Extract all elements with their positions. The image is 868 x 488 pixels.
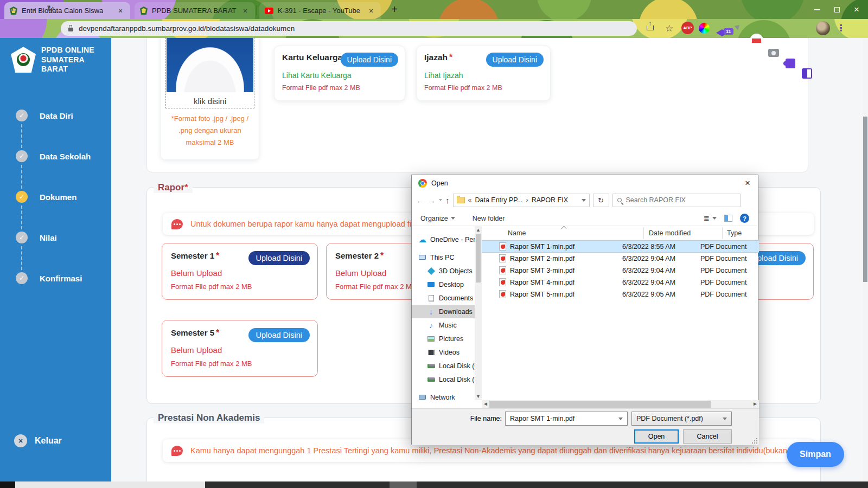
sidebar-step[interactable]: ✓ Dokumen [16, 191, 91, 203]
nav-tree-item[interactable]: Pictures [412, 332, 475, 345]
upload-kartu-keluarga-button[interactable]: Upload Disini [341, 53, 398, 67]
chat-warning-icon [171, 446, 183, 456]
forward-icon[interactable]: → [28, 3, 37, 14]
close-icon[interactable]: × [854, 5, 859, 14]
videos-icon [427, 348, 435, 356]
organize-button[interactable]: Organize [420, 215, 455, 222]
column-header-type[interactable]: Type [727, 229, 742, 237]
lihat-kartu-keluarga-link[interactable]: Lihat Kartu Keluarga [282, 71, 397, 80]
tab-close-icon[interactable]: × [241, 7, 250, 15]
dialog-close-icon[interactable]: × [745, 178, 750, 189]
file-row[interactable]: Rapor SMT 5-min.pdf 6/3/2022 9:05 AM PDF… [482, 288, 759, 300]
scroll-right-icon[interactable]: ► [752, 401, 758, 407]
scroll-up-icon[interactable]: ▲ [475, 227, 482, 233]
scroll-left-icon[interactable]: ◄ [483, 401, 488, 407]
nav-tree-item[interactable]: 3D Objects [412, 264, 475, 278]
window-extension-icon[interactable] [802, 68, 812, 79]
nav-tree-item[interactable]: Network [412, 390, 475, 400]
sidebar-item-keluar[interactable]: × Keluar [14, 434, 62, 447]
nav-tree-item[interactable]: Documents [412, 291, 475, 305]
tab-ppdb-sumbar[interactable]: PPDB SUMATERA BARAT × [135, 2, 255, 19]
pdf-file-icon [499, 290, 506, 298]
restore-icon[interactable] [834, 7, 840, 12]
breadcrumb-dropdown-icon[interactable] [582, 199, 586, 202]
photo-dropzone[interactable]: klik disini [165, 38, 254, 108]
extensions-puzzle-icon[interactable] [786, 59, 795, 68]
back-icon[interactable]: ← [10, 3, 19, 14]
sidebar-step[interactable]: ✓ Nilai [16, 232, 91, 243]
forward-icon[interactable]: → [427, 196, 436, 205]
file-row[interactable]: Rapor SMT 4-min.pdf 6/3/2022 9:04 AM PDF… [482, 277, 759, 288]
prestasi-legend: Prestasi Non Akademis [154, 413, 264, 423]
sidebar-step[interactable]: ✓ Data Diri [16, 110, 91, 121]
scrollbar-thumb[interactable] [863, 117, 867, 282]
lock-icon[interactable] [68, 28, 73, 31]
recent-locations-icon[interactable] [439, 199, 442, 201]
reload-icon[interactable]: ↻ [47, 3, 54, 15]
share-icon[interactable] [647, 25, 654, 30]
up-icon[interactable]: ↑ [445, 196, 450, 205]
bookmark-star-icon[interactable]: ☆ [665, 23, 673, 34]
scroll-down-icon[interactable]: ▼ [475, 394, 482, 399]
tab-youtube[interactable]: K-391 - Escape - YouTube × [259, 2, 381, 19]
minimize-icon[interactable] [814, 9, 820, 10]
nav-tree-item[interactable]: ↓ Downloads [412, 305, 475, 318]
back-icon[interactable]: ← [416, 196, 424, 205]
dialog-titlebar[interactable]: Open [412, 175, 758, 191]
nav-tree-item[interactable]: Videos [412, 345, 475, 359]
nav-tree-item[interactable]: Local Disk (C:) [412, 359, 475, 373]
profile-avatar[interactable] [816, 21, 830, 35]
open-button[interactable]: Open [634, 429, 679, 444]
horizontal-scrollbar[interactable]: ◄ ► [482, 400, 759, 408]
upload-ijazah-button[interactable]: Upload Disini [486, 53, 544, 67]
nav-tree-item[interactable]: ♪ Music [412, 318, 475, 332]
chevron-down-icon[interactable] [723, 418, 727, 420]
page-scrollbar[interactable] [863, 38, 868, 481]
adblock-extension-icon[interactable]: ABP [681, 22, 694, 34]
photo-caption[interactable]: klik disini [166, 97, 254, 106]
tab-entri-biodata[interactable]: Entri Biodata Calon Siswa × [4, 2, 130, 19]
cancel-button[interactable]: Cancel [683, 429, 732, 444]
card-title: Ijazah [424, 53, 448, 62]
nav-pane-scrollbar[interactable]: ▲ ▼ [475, 226, 482, 400]
onedrive-icon: ☁ [418, 235, 426, 243]
tab-close-icon[interactable]: × [367, 7, 375, 15]
column-header-name[interactable]: Name [508, 229, 526, 237]
tab-close-icon[interactable]: × [116, 7, 125, 15]
preview-pane-icon[interactable] [724, 215, 732, 222]
nav-tree-item[interactable]: Desktop [412, 278, 475, 291]
browser-menu-icon[interactable]: ⋮ [837, 23, 845, 33]
step-check-icon: ✓ [16, 110, 28, 121]
file-row[interactable]: Rapor SMT 2-min.pdf 6/3/2022 9:04 AM PDF… [482, 253, 759, 264]
upload-semester-1-button[interactable]: Upload Disini [248, 251, 310, 265]
screenshot-extension-icon[interactable] [750, 34, 763, 47]
view-mode-button[interactable]: ≣ [704, 214, 717, 222]
lihat-ijazah-link[interactable]: Lihat Ijazah [424, 71, 542, 80]
file-row[interactable]: Rapor SMT 3-min.pdf 6/3/2022 9:04 AM PDF… [482, 265, 759, 276]
refresh-button[interactable]: ↻ [593, 194, 609, 207]
nav-tree-item[interactable]: This PC [412, 251, 475, 264]
address-bar[interactable]: devpendaftaranppdb.sumbarprov.go.id/biod… [61, 21, 637, 36]
nav-tree-item[interactable]: ☁ OneDrive - Personal [412, 233, 475, 246]
sidebar-step[interactable]: ✓ Data Sekolah [16, 150, 91, 162]
chevron-down-icon[interactable] [618, 418, 623, 420]
sidebar-step[interactable]: ✓ Konfirmasi [16, 272, 91, 284]
simpan-button[interactable]: Simpan [787, 442, 844, 467]
upload-semester-5-button[interactable]: Upload Disini [248, 328, 310, 342]
resize-grip[interactable] [751, 438, 757, 444]
downloads-icon: ↓ [427, 307, 435, 316]
column-header-date[interactable]: Date modified [649, 229, 691, 237]
new-folder-button[interactable]: New folder [473, 215, 505, 222]
help-icon[interactable]: ? [740, 214, 749, 223]
color-wheel-extension-icon[interactable] [699, 23, 710, 34]
file-row[interactable]: Rapor SMT 1-min.pdf 6/3/2022 8:55 AM PDF… [482, 241, 759, 252]
camera-extension-icon[interactable] [768, 49, 779, 57]
new-tab-button[interactable]: + [387, 3, 401, 16]
breadcrumb-parent[interactable]: Data Entry PP... [475, 196, 522, 204]
nav-tree-item[interactable]: Local Disk (D:) [412, 373, 475, 386]
breadcrumb[interactable]: « Data Entry PP... › RAPOR FIX [453, 194, 590, 207]
breadcrumb-current[interactable]: RAPOR FIX [532, 196, 568, 204]
search-input[interactable]: Search RAPOR FIX [612, 194, 741, 207]
file-name-input[interactable]: Rapor SMT 1-min.pdf [505, 412, 628, 426]
file-type-select[interactable]: PDF Document (*.pdf) [631, 412, 732, 426]
